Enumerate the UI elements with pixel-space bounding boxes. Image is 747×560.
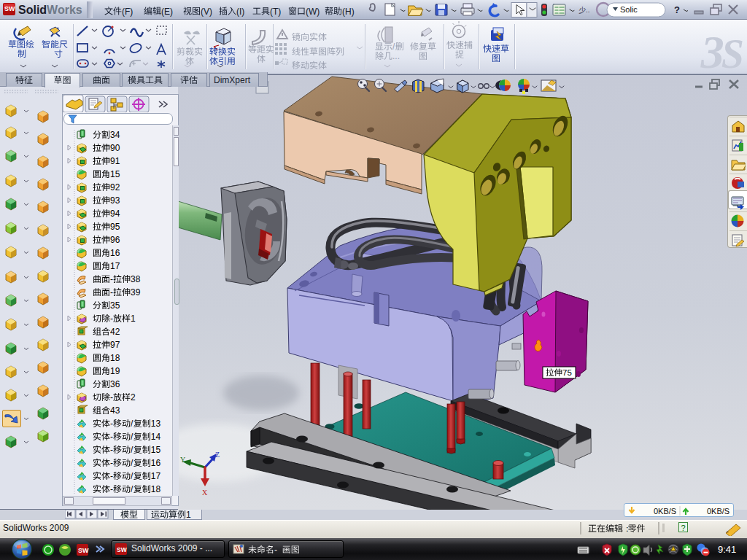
svg-text:42: 42 [110,327,120,337]
svg-text:/: / [131,432,133,442]
svg-text:96: 96 [110,235,120,245]
svg-text:(W): (W) [306,7,320,17]
svg-text:(E): (E) [161,7,173,17]
svg-text:(T): (T) [270,7,281,17]
svg-text:1: 1 [186,510,191,520]
svg-text:/: / [131,445,133,455]
svg-text:-: - [110,419,113,429]
svg-text:-: - [110,392,113,402]
svg-text:-: - [110,445,113,455]
svg-text:-: - [110,484,113,494]
svg-text:18: 18 [110,353,120,363]
svg-text:-: - [110,471,113,481]
svg-text:/: / [131,458,133,468]
svg-text:97: 97 [110,340,120,350]
svg-text:-: - [274,545,277,555]
svg-text:/: / [131,419,133,429]
svg-text:14: 14 [151,432,161,442]
svg-text:(F): (F) [122,7,133,17]
svg-text:13: 13 [151,419,161,429]
svg-text:94: 94 [110,209,120,219]
svg-text:/: / [131,471,133,481]
svg-text:17: 17 [110,261,120,271]
svg-text:43: 43 [110,405,120,416]
svg-text:35: 35 [110,300,120,311]
svg-text:DimXpert: DimXpert [214,75,251,85]
svg-text:38: 38 [131,274,141,284]
svg-text:36: 36 [110,379,120,389]
svg-text:18: 18 [151,484,161,494]
svg-text:34: 34 [110,130,120,140]
svg-text:1: 1 [131,314,136,324]
svg-text:...: ... [392,51,400,61]
svg-text:-: - [110,458,113,468]
svg-text:/: / [131,484,133,494]
svg-text:15: 15 [110,169,120,179]
svg-text:19: 19 [110,366,120,376]
svg-text:2: 2 [131,392,136,402]
svg-text:15: 15 [151,445,161,455]
svg-text:39: 39 [131,287,141,298]
svg-text:-: - [110,432,113,442]
svg-text:-: - [110,274,113,284]
svg-text:-: - [110,314,113,324]
svg-text:(H): (H) [342,7,355,17]
svg-text:16: 16 [151,458,161,468]
svg-text:90: 90 [110,143,120,153]
svg-text:(V): (V) [201,7,212,17]
svg-text:92: 92 [110,182,120,192]
svg-text:75: 75 [562,368,572,377]
svg-text:93: 93 [110,195,120,206]
svg-text:/: / [392,42,395,52]
svg-text:16: 16 [110,248,120,258]
svg-text:95: 95 [110,222,120,232]
svg-text:(I): (I) [236,7,244,17]
svg-text:-: - [110,287,113,298]
svg-text:91: 91 [110,156,120,166]
svg-text:17: 17 [151,471,161,481]
